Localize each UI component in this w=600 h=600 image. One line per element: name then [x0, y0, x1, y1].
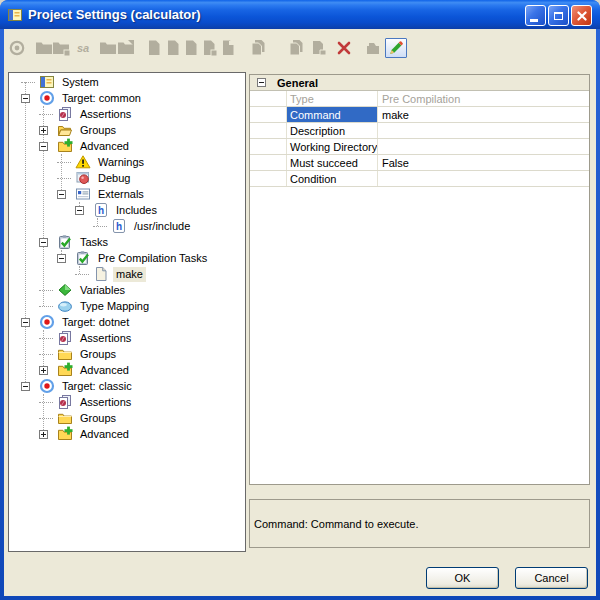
expand-icon[interactable] [39, 430, 48, 439]
save-all-icon[interactable]: sa [72, 38, 94, 58]
tree-item-advanced[interactable]: Advanced [9, 426, 245, 442]
property-row-command[interactable]: Command make [250, 107, 589, 123]
tree-guide [39, 306, 53, 307]
header-file-icon: h [93, 202, 109, 218]
property-help-panel: Command: Command to execute. [249, 499, 590, 548]
new-target-icon[interactable] [6, 38, 28, 58]
tree-guide [57, 162, 71, 163]
maximize-button[interactable] [548, 5, 569, 26]
tree-item-groups[interactable]: Groups [9, 410, 245, 426]
assertions-icon [57, 330, 73, 346]
rename-icon[interactable] [362, 38, 384, 58]
property-value[interactable] [378, 123, 589, 138]
add-folder-alt-icon[interactable] [50, 38, 72, 58]
tree-guide [39, 402, 53, 403]
advanced-folder-icon [57, 362, 73, 378]
expand-icon[interactable] [39, 126, 48, 135]
property-label: Description [287, 123, 378, 138]
tree-item-tasks[interactable]: Tasks [9, 234, 245, 250]
property-label: Condition [287, 171, 378, 186]
property-value[interactable]: make [378, 107, 589, 122]
cancel-button[interactable]: Cancel [515, 567, 588, 589]
target-icon [39, 314, 55, 330]
tree-item-advanced[interactable]: Advanced [9, 362, 245, 378]
collapse-icon[interactable] [257, 78, 266, 87]
duplicate-item-icon[interactable] [307, 38, 329, 58]
delete-icon[interactable] [333, 38, 355, 58]
tree-item-target-dotnet[interactable]: Target: dotnet [9, 314, 245, 330]
category-header[interactable]: General [250, 75, 589, 91]
tree-item-groups[interactable]: Groups [9, 122, 245, 138]
collapse-icon[interactable] [21, 94, 30, 103]
property-value: Pre Compilation [378, 91, 589, 106]
tree-item-includes[interactable]: h Includes [9, 202, 245, 218]
row-margin [250, 91, 287, 106]
target-icon [39, 378, 55, 394]
tree-item-pre-compilation-tasks[interactable]: Pre Compilation Tasks [9, 250, 245, 266]
tree-guide [39, 290, 53, 291]
header-file-icon: h [111, 218, 127, 234]
tree-item-type-mapping[interactable]: Type Mapping [9, 298, 245, 314]
tree-item-variables[interactable]: Variables [9, 282, 245, 298]
property-value[interactable] [378, 139, 589, 154]
expand-icon[interactable] [39, 366, 48, 375]
tree-item-assertions[interactable]: Assertions [9, 394, 245, 410]
tree-item-system[interactable]: System [9, 74, 245, 90]
collapse-icon[interactable] [21, 382, 30, 391]
collapse-icon[interactable] [75, 206, 84, 215]
tree-item-make[interactable]: make [9, 266, 245, 282]
collapse-icon[interactable] [39, 142, 48, 151]
property-label: Working Directory [287, 139, 378, 154]
collapse-icon[interactable] [57, 190, 66, 199]
collapse-icon[interactable] [21, 318, 30, 327]
tree-item-usr-include[interactable]: h /usr/include [9, 218, 245, 234]
collapse-icon[interactable] [57, 254, 66, 263]
tree-item-target-common[interactable]: Target: common [9, 90, 245, 106]
tasks-icon [75, 250, 91, 266]
row-margin [250, 139, 287, 154]
property-help-text: Command: Command to execute. [254, 518, 418, 530]
property-value[interactable]: False [378, 155, 589, 170]
property-row-working-directory[interactable]: Working Directory [250, 139, 589, 155]
property-row-description[interactable]: Description [250, 123, 589, 139]
tree-item-debug[interactable]: Debug [9, 170, 245, 186]
ok-button[interactable]: OK [426, 567, 499, 589]
row-margin [250, 155, 287, 170]
category-label: General [277, 77, 318, 89]
property-row-type[interactable]: Type Pre Compilation [250, 91, 589, 107]
tree-item-externals[interactable]: Externals [9, 186, 245, 202]
add-item-5-icon[interactable] [217, 38, 239, 58]
svg-text:h: h [98, 205, 104, 216]
minimize-button[interactable] [525, 5, 546, 26]
tree-guide [39, 338, 53, 339]
tree-guide [75, 274, 89, 275]
property-value[interactable] [378, 171, 589, 186]
tree-item-groups[interactable]: Groups [9, 346, 245, 362]
property-row-must-succeed[interactable]: Must succeed False [250, 155, 589, 171]
tree-item-target-classic[interactable]: Target: classic [9, 378, 245, 394]
tree-item-warnings[interactable]: Warnings [9, 154, 245, 170]
open-folder-alt-icon[interactable] [115, 38, 137, 58]
edit-icon[interactable] [385, 38, 407, 58]
minimize-icon [530, 19, 538, 22]
tree-item-advanced[interactable]: Advanced [9, 138, 245, 154]
window-title: Project Settings (calculator) [28, 7, 201, 22]
svg-text:h: h [116, 221, 122, 232]
tree-guide [21, 82, 35, 83]
collapse-icon[interactable] [39, 238, 48, 247]
advanced-folder-icon [57, 426, 73, 442]
folder-icon [57, 346, 73, 362]
paste-item-icon[interactable] [285, 38, 307, 58]
close-button[interactable] [571, 5, 592, 26]
form-icon [39, 74, 55, 90]
maximize-icon [554, 12, 563, 20]
folder-icon [57, 410, 73, 426]
tree-item-assertions[interactable]: Assertions [9, 106, 245, 122]
row-margin [250, 171, 287, 186]
property-row-condition[interactable]: Condition [250, 171, 589, 187]
copy-item-icon[interactable] [247, 38, 269, 58]
tree-item-assertions[interactable]: Assertions [9, 330, 245, 346]
tree-guide [93, 226, 107, 227]
advanced-folder-icon [57, 138, 73, 154]
tree-guide [39, 354, 53, 355]
